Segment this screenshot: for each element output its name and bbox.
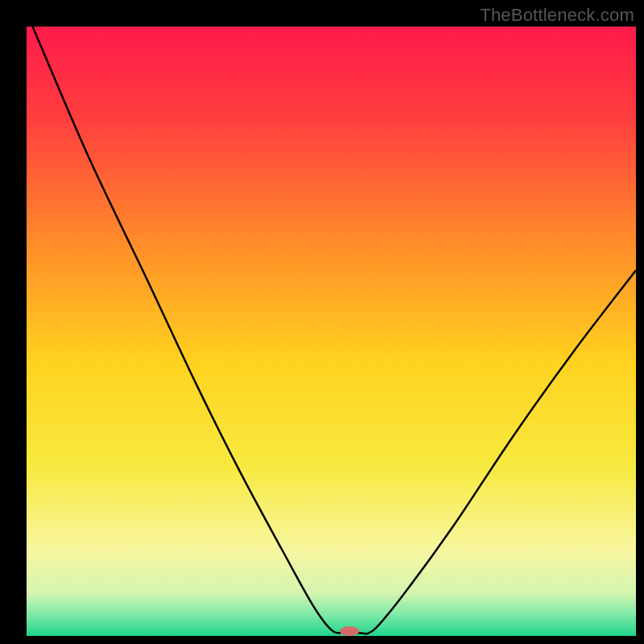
chart-svg	[0, 0, 644, 644]
optimal-marker	[340, 626, 359, 636]
chart-background	[27, 27, 636, 636]
watermark-text: TheBottleneck.com	[480, 5, 634, 26]
bottleneck-chart: TheBottleneck.com	[0, 0, 644, 644]
